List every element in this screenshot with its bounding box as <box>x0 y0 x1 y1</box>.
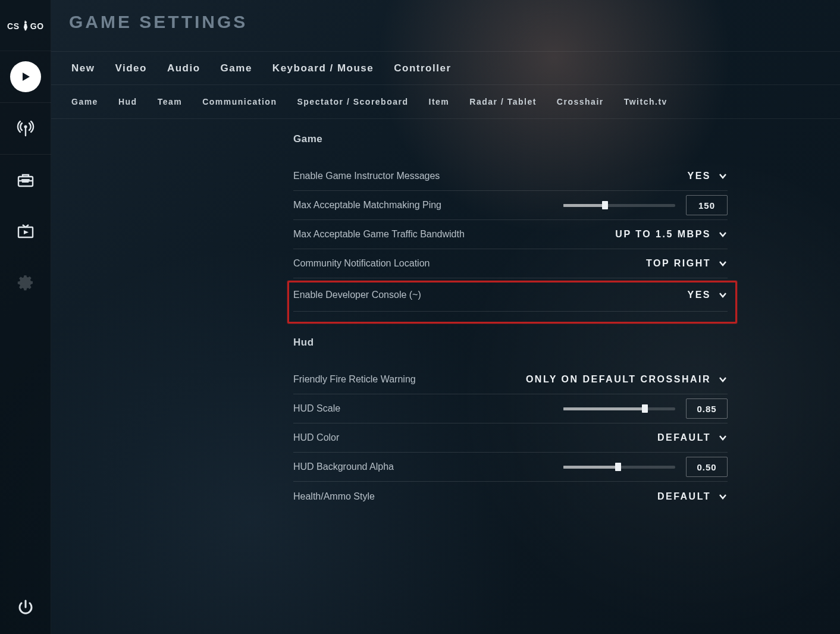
setting-value-dropdown[interactable]: DEFAULT <box>657 432 728 443</box>
chevron-down-icon <box>718 259 728 268</box>
tab-video[interactable]: Video <box>115 62 146 74</box>
slider-value-box[interactable]: 0.85 <box>686 398 728 419</box>
watch-icon[interactable] <box>0 206 51 257</box>
setting-label: HUD Scale <box>293 403 340 414</box>
slider-thumb[interactable] <box>615 463 621 471</box>
slider-thumb[interactable] <box>602 201 608 209</box>
section-heading-game: Game <box>293 133 728 145</box>
chevron-down-icon <box>718 492 728 501</box>
setting-value-dropdown[interactable]: UP TO 1.5 MBPS <box>615 229 728 240</box>
row-matchmaking-ping[interactable]: Max Acceptable Matchmaking Ping 150 <box>293 191 728 220</box>
value-text: YES <box>687 171 711 181</box>
slider-fill <box>563 204 605 207</box>
chevron-down-icon <box>718 171 728 181</box>
slider-track[interactable] <box>563 407 675 410</box>
setting-label: HUD Background Alpha <box>293 462 394 472</box>
subtab-twitch[interactable]: Twitch.tv <box>624 97 667 106</box>
row-notification-location[interactable]: Community Notification Location TOP RIGH… <box>293 249 728 278</box>
value-text: DEFAULT <box>657 491 711 502</box>
setting-value-dropdown[interactable]: ONLY ON DEFAULT CROSSHAIR <box>526 374 728 385</box>
tab-audio[interactable]: Audio <box>167 62 200 74</box>
row-hud-color[interactable]: HUD Color DEFAULT <box>293 423 728 453</box>
setting-label: Health/Ammo Style <box>293 491 375 502</box>
value-text: DEFAULT <box>657 432 711 443</box>
setting-value-dropdown[interactable]: TOP RIGHT <box>646 258 728 269</box>
top-tabs: New Video Audio Game Keyboard / Mouse Co… <box>51 51 840 85</box>
setting-slider-group: 150 <box>563 195 728 215</box>
setting-value-dropdown[interactable]: DEFAULT <box>657 491 728 502</box>
tab-controller[interactable]: Controller <box>394 62 451 74</box>
slider-fill <box>563 407 645 410</box>
settings-panel: Game Enable Game Instructor Messages YES… <box>51 119 840 634</box>
setting-label: Enable Developer Console (~) <box>293 290 421 300</box>
subtab-crosshair[interactable]: Crosshair <box>557 97 604 106</box>
slider-track[interactable] <box>563 204 675 207</box>
sidebar: CS GO <box>0 0 51 634</box>
svg-point-1 <box>24 21 27 23</box>
value-text: YES <box>687 290 711 300</box>
setting-value-dropdown[interactable]: YES <box>687 290 728 300</box>
row-friendly-fire-reticle[interactable]: Friendly Fire Reticle Warning ONLY ON DE… <box>293 365 728 394</box>
game-logo[interactable]: CS GO <box>0 0 51 51</box>
row-game-instructor[interactable]: Enable Game Instructor Messages YES <box>293 162 728 191</box>
row-bandwidth[interactable]: Max Acceptable Game Traffic Bandwidth UP… <box>293 220 728 249</box>
setting-slider-group: 0.50 <box>563 457 728 477</box>
slider-value-box[interactable]: 150 <box>686 195 728 215</box>
sub-tabs: Game Hud Team Communication Spectator / … <box>51 85 840 119</box>
setting-value-dropdown[interactable]: YES <box>687 171 728 181</box>
subtab-game[interactable]: Game <box>71 97 98 106</box>
inventory-icon[interactable] <box>0 155 51 206</box>
value-text: TOP RIGHT <box>646 258 711 269</box>
setting-label: Friendly Fire Reticle Warning <box>293 374 416 385</box>
slider-fill <box>563 466 618 469</box>
broadcast-icon[interactable] <box>0 103 51 154</box>
tab-new[interactable]: New <box>71 62 95 74</box>
chevron-down-icon <box>718 230 728 239</box>
chevron-down-icon <box>718 433 728 442</box>
svg-text:CS: CS <box>7 21 20 31</box>
tab-game[interactable]: Game <box>221 62 252 74</box>
subtab-communication[interactable]: Communication <box>202 97 277 106</box>
setting-label: Enable Game Instructor Messages <box>293 171 440 181</box>
tab-keyboard[interactable]: Keyboard / Mouse <box>272 62 374 74</box>
subtab-item[interactable]: Item <box>429 97 450 106</box>
row-developer-console[interactable]: Enable Developer Console (~) YES <box>293 278 728 312</box>
chevron-down-icon <box>718 290 728 300</box>
chevron-down-icon <box>718 375 728 384</box>
section-heading-hud: Hud <box>293 337 728 349</box>
subtab-team[interactable]: Team <box>158 97 183 106</box>
slider-value-box[interactable]: 0.50 <box>686 457 728 477</box>
value-text: UP TO 1.5 MBPS <box>615 229 711 240</box>
row-health-ammo-style[interactable]: Health/Ammo Style DEFAULT <box>293 482 728 511</box>
svg-text:GO: GO <box>30 21 43 31</box>
setting-label: Max Acceptable Game Traffic Bandwidth <box>293 229 465 240</box>
play-button[interactable] <box>0 51 51 102</box>
row-hud-scale[interactable]: HUD Scale 0.85 <box>293 394 728 423</box>
page-title: GAME SETTINGS <box>69 12 247 32</box>
setting-slider-group: 0.85 <box>563 398 728 419</box>
setting-label: Community Notification Location <box>293 258 430 269</box>
settings-gear-icon[interactable] <box>0 257 51 308</box>
slider-thumb[interactable] <box>642 404 648 413</box>
subtab-hud[interactable]: Hud <box>118 97 137 106</box>
setting-label: Max Acceptable Matchmaking Ping <box>293 200 441 211</box>
row-hud-alpha[interactable]: HUD Background Alpha 0.50 <box>293 453 728 482</box>
slider-track[interactable] <box>563 466 675 469</box>
subtab-radar[interactable]: Radar / Tablet <box>469 97 537 106</box>
value-text: ONLY ON DEFAULT CROSSHAIR <box>526 374 711 385</box>
power-icon[interactable] <box>0 580 51 634</box>
setting-label: HUD Color <box>293 432 339 443</box>
subtab-spectator[interactable]: Spectator / Scoreboard <box>297 97 408 106</box>
